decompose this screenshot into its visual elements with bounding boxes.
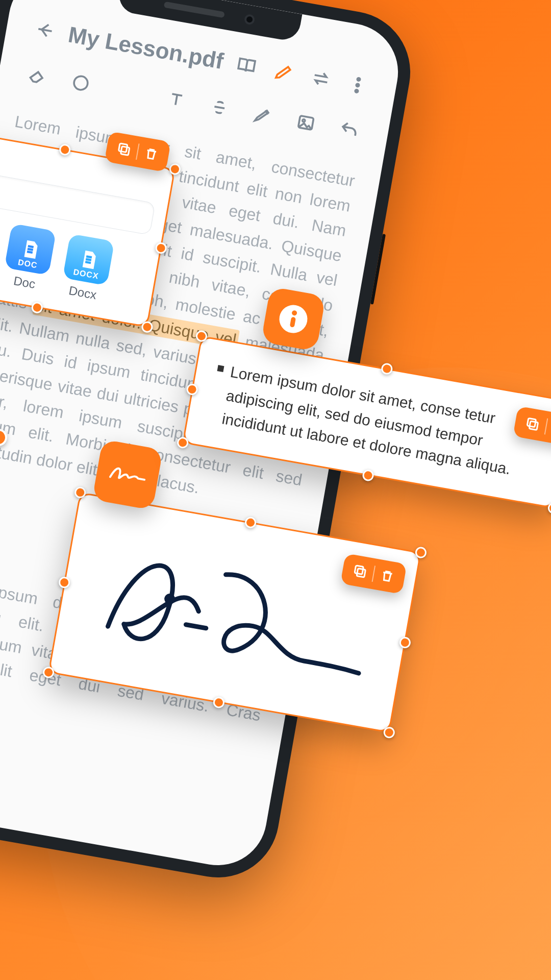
arrow-left-icon [33, 18, 57, 42]
tool-color[interactable] [64, 66, 97, 100]
docx-label: Docx [68, 283, 98, 302]
docx-tile: DOCX [63, 234, 115, 286]
resize-handle[interactable] [398, 636, 411, 649]
resize-handle[interactable] [414, 546, 427, 559]
eraser-icon [26, 64, 49, 87]
resize-handle[interactable] [381, 362, 393, 375]
palette-icon [69, 71, 92, 94]
copy-button[interactable] [348, 559, 372, 583]
trash-icon [142, 145, 160, 163]
svg-point-2 [355, 89, 358, 92]
book-open-icon [235, 54, 259, 77]
pill-divider [544, 419, 548, 435]
tool-signature[interactable] [246, 99, 280, 132]
signature-drawing [83, 522, 387, 702]
bullet-square-icon [217, 365, 224, 372]
front-camera [244, 14, 256, 26]
tool-image[interactable] [289, 106, 322, 139]
reader-mode-button[interactable] [231, 49, 263, 82]
copy-icon [115, 140, 133, 158]
tool-eraser[interactable] [21, 59, 54, 92]
swap-arrows-icon [309, 67, 333, 90]
fountain-pen-icon [251, 103, 274, 127]
tool-strikethrough[interactable] [203, 91, 236, 124]
export-callout: doc Share DOC Doc DOCX D [0, 130, 176, 328]
svg-point-1 [356, 84, 359, 87]
svg-point-0 [357, 78, 360, 81]
info-chip[interactable] [261, 286, 325, 351]
pill-divider [372, 566, 376, 582]
tool-text[interactable] [160, 83, 193, 116]
svg-rect-4 [298, 116, 313, 130]
copy-button[interactable] [112, 137, 136, 161]
more-button[interactable] [342, 69, 374, 102]
svg-point-5 [302, 119, 305, 122]
strikethrough-icon [208, 95, 231, 119]
copy-icon [351, 562, 369, 580]
undo-icon [337, 118, 361, 142]
tool-undo[interactable] [333, 114, 366, 147]
delete-button[interactable] [139, 142, 163, 166]
resize-handle[interactable] [383, 726, 395, 739]
more-vertical-icon [346, 74, 369, 97]
copy-button[interactable] [521, 412, 544, 436]
edit-button[interactable] [268, 56, 300, 88]
info-icon [276, 301, 311, 337]
svg-point-3 [73, 75, 89, 91]
back-button[interactable] [29, 14, 61, 46]
signature-chip[interactable] [92, 439, 163, 510]
doc-tile: DOC [4, 224, 56, 276]
info-chip-callout [261, 286, 325, 351]
signature-small-icon [106, 459, 149, 491]
delete-button[interactable] [548, 417, 551, 440]
pencil-icon [272, 60, 295, 84]
doc-label: Doc [12, 274, 36, 291]
text-icon [164, 88, 188, 111]
copy-icon [524, 415, 542, 433]
delete-button[interactable] [375, 565, 399, 588]
resize-handle[interactable] [362, 469, 374, 481]
pill-divider [136, 143, 140, 160]
image-icon [294, 111, 317, 134]
sync-button[interactable] [305, 62, 337, 95]
signature-chip-callout [92, 439, 163, 510]
speaker-grille [164, 2, 225, 18]
export-doc[interactable]: DOC Doc [1, 224, 56, 293]
resize-handle[interactable] [547, 501, 551, 514]
export-docx[interactable]: DOCX Docx [59, 234, 114, 304]
trash-icon [379, 567, 396, 585]
